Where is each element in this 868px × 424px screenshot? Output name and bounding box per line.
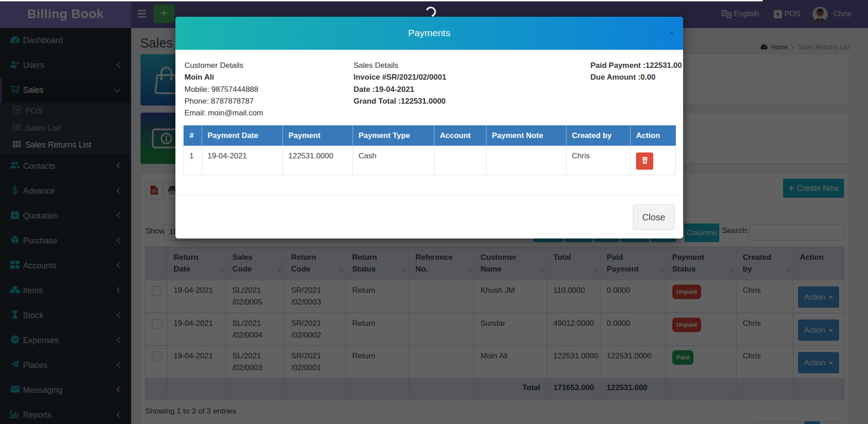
close-button[interactable]: Close xyxy=(633,205,675,230)
header-payment: Payment xyxy=(283,126,353,146)
header-payment-type: Payment Type xyxy=(353,126,434,146)
cell-payment-date: 19-04-2021 xyxy=(202,146,283,175)
trash-icon xyxy=(642,157,648,166)
sales-grand-total: Grand Total :122531.0000 xyxy=(354,95,446,107)
customer-email: Email: moin@mail.com xyxy=(184,107,263,119)
header-action: Action xyxy=(631,126,676,146)
cell-account xyxy=(434,146,486,175)
loading-spinner-icon xyxy=(425,6,437,20)
header-account: Account xyxy=(434,126,486,146)
cell-payment: 122531.0000 xyxy=(283,146,353,175)
loading-progress-bar xyxy=(0,0,763,1)
customer-mobile: Mobile: 98757444888 xyxy=(184,84,263,95)
payments-modal: Payments × Customer Details Moin Ali Mob… xyxy=(175,17,683,238)
header-payment-note: Payment Note xyxy=(486,126,566,146)
customer-details-block: Customer Details Moin Ali Mobile: 987574… xyxy=(184,60,263,119)
sales-date: Date :19-04-2021 xyxy=(354,84,446,95)
paid-payment: Paid Payment :122531.00 xyxy=(590,60,682,71)
payments-modal-header: Payments × xyxy=(175,17,683,50)
customer-name: Moin Ali xyxy=(184,71,263,83)
cell-payment-note xyxy=(486,146,566,175)
payment-row: 1 19-04-2021 122531.0000 Cash Chris xyxy=(184,146,676,175)
customer-phone: Phone: 8787878787 xyxy=(184,95,263,107)
close-icon[interactable]: × xyxy=(669,29,674,37)
payments-table: # Payment Date Payment Payment Type Acco… xyxy=(184,125,676,175)
payments-header-row: # Payment Date Payment Payment Type Acco… xyxy=(184,126,676,146)
header-payment-date: Payment Date xyxy=(202,126,283,146)
sales-details-heading: Sales Details xyxy=(354,60,446,71)
payment-summary-block: Paid Payment :122531.00 Due Amount :0.00 xyxy=(590,60,682,84)
header-created-by: Created by xyxy=(566,126,631,146)
modal-title: Payments xyxy=(175,28,683,38)
cell-created-by: Chris xyxy=(566,146,631,175)
delete-payment-button[interactable] xyxy=(636,152,653,170)
cell-num: 1 xyxy=(184,146,202,175)
cell-payment-type: Cash xyxy=(353,146,434,175)
header-num: # xyxy=(184,126,202,146)
sales-invoice: Invoice #SR/2021/02/0001 xyxy=(354,71,446,83)
due-amount: Due Amount :0.00 xyxy=(590,71,682,83)
customer-details-heading: Customer Details xyxy=(184,60,263,71)
sales-details-block: Sales Details Invoice #SR/2021/02/0001 D… xyxy=(354,60,446,107)
modal-footer-divider xyxy=(175,195,683,195)
